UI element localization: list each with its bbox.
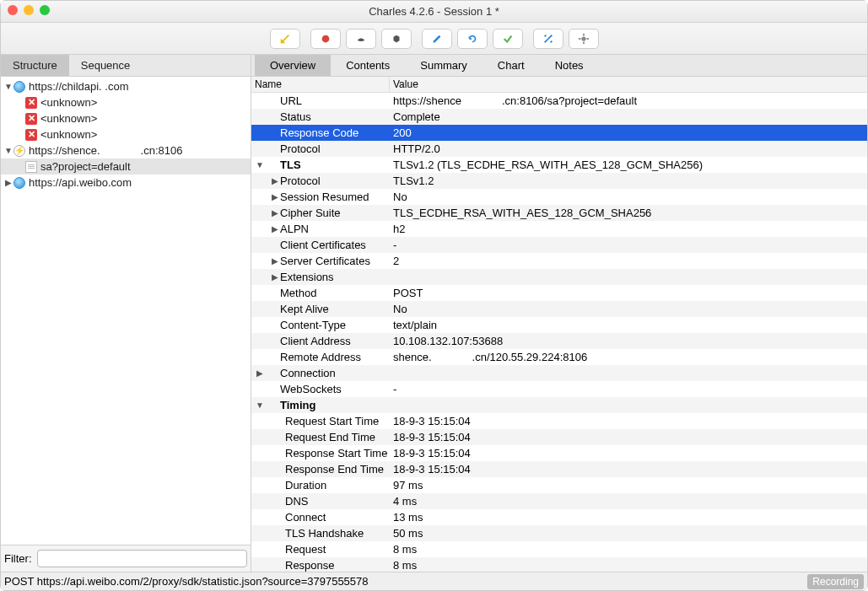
filter-label: Filter:	[4, 552, 32, 565]
record-icon	[320, 33, 332, 45]
row-status[interactable]: StatusComplete	[251, 109, 867, 125]
left-tabs: Structure Sequence	[1, 55, 251, 77]
row-respstart[interactable]: Response Start Time18-9-3 15:15:04	[251, 445, 867, 461]
breakpoints-button[interactable]	[381, 29, 412, 49]
row-reqend[interactable]: Request End Time18-9-3 15:15:04	[251, 429, 867, 445]
svg-rect-6	[586, 38, 589, 40]
tree-label: https://childapi. .com	[29, 80, 129, 93]
row-tls-cipher[interactable]: ▶Cipher SuiteTLS_ECDHE_RSA_WITH_AES_128_…	[251, 205, 867, 221]
compose-button[interactable]	[422, 29, 452, 49]
row-tls-session[interactable]: ▶Session ResumedNo	[251, 189, 867, 205]
column-value[interactable]: Value	[390, 77, 867, 92]
tree-request-selected[interactable]: sa?project=default	[1, 158, 251, 175]
row-reqstart[interactable]: Request Start Time18-9-3 15:15:04	[251, 413, 867, 429]
row-response[interactable]: Response8 ms	[251, 557, 867, 572]
detail-tabs: Overview Contents Summary Chart Notes	[251, 55, 867, 77]
tab-chart[interactable]: Chart	[483, 55, 540, 76]
row-remoteaddr[interactable]: Remote Addressshence..cn/120.55.29.224:8…	[251, 349, 867, 365]
row-keptalive[interactable]: Kept AliveNo	[251, 301, 867, 317]
broom-icon	[279, 33, 291, 45]
chevron-down-icon[interactable]: ▼	[255, 160, 265, 169]
row-clientaddr[interactable]: Client Address10.108.132.107:53688	[251, 333, 867, 349]
tools-icon	[542, 33, 554, 45]
row-dns[interactable]: DNS4 ms	[251, 493, 867, 509]
tree-host-childapi[interactable]: ▼ https://childapi. .com	[1, 78, 251, 94]
row-connect[interactable]: Connect13 ms	[251, 509, 867, 525]
globe-icon	[13, 176, 26, 190]
chevron-down-icon[interactable]: ▼	[255, 400, 265, 410]
tab-contents[interactable]: Contents	[331, 55, 405, 76]
row-tls-alpn[interactable]: ▶ALPNh2	[251, 221, 867, 237]
row-method[interactable]: MethodPOST	[251, 285, 867, 301]
tree-host-weibo[interactable]: ▶ https://api.weibo.com	[1, 175, 251, 191]
tree-label: <unknown>	[40, 96, 97, 109]
row-connection[interactable]: ▶Connection	[251, 365, 867, 381]
row-tls-clientcert[interactable]: Client Certificates-	[251, 237, 867, 253]
chevron-down-icon[interactable]: ▼	[4, 82, 13, 91]
row-tls-servercert[interactable]: ▶Server Certificates2	[251, 253, 867, 269]
chevron-right-icon[interactable]: ▶	[270, 272, 280, 282]
validate-button[interactable]	[493, 29, 523, 49]
pencil-icon	[431, 33, 443, 45]
row-tls-protocol[interactable]: ▶ProtocolTLSv1.2	[251, 173, 867, 189]
row-tls-extensions[interactable]: ▶Extensions	[251, 269, 867, 285]
filter-input[interactable]	[37, 550, 248, 567]
status-bar: POST https://api.weibo.com/2/proxy/sdk/s…	[1, 572, 867, 590]
error-icon: ✕	[24, 128, 38, 142]
tree-label: sa?project=default	[40, 160, 131, 173]
row-duration[interactable]: Duration97 ms	[251, 477, 867, 493]
svg-point-2	[581, 36, 585, 40]
ssl-proxy-icon: ⚡	[13, 144, 26, 158]
tab-structure[interactable]: Structure	[1, 55, 69, 76]
gear-icon	[578, 33, 590, 45]
chevron-right-icon[interactable]: ▶	[270, 192, 280, 201]
chevron-right-icon[interactable]: ▶	[255, 368, 265, 378]
row-request[interactable]: Request8 ms	[251, 541, 867, 557]
left-pane: Structure Sequence ▼ https://childapi. .…	[1, 55, 251, 572]
chevron-right-icon[interactable]: ▶	[270, 224, 280, 234]
tab-summary[interactable]: Summary	[405, 55, 483, 76]
turtle-icon	[355, 33, 367, 45]
row-respend[interactable]: Response End Time18-9-3 15:15:04	[251, 461, 867, 477]
clear-session-button[interactable]	[270, 29, 300, 49]
throttle-button[interactable]	[346, 29, 376, 49]
file-icon	[24, 160, 38, 174]
maximize-window-button[interactable]	[40, 5, 50, 15]
row-timing[interactable]: ▼Timing	[251, 397, 867, 413]
row-url[interactable]: URLhttps://shence.cn:8106/sa?project=def…	[251, 93, 867, 109]
chevron-right-icon[interactable]: ▶	[270, 176, 280, 185]
record-button[interactable]	[310, 29, 341, 49]
repeat-button[interactable]	[457, 29, 488, 49]
overview-grid[interactable]: URLhttps://shence.cn:8106/sa?project=def…	[251, 93, 867, 572]
tab-notes[interactable]: Notes	[540, 55, 599, 76]
tree-request-error[interactable]: ✕ <unknown>	[1, 110, 251, 126]
tree-label: https://api.weibo.com	[29, 176, 132, 189]
tree-request-error[interactable]: ✕ <unknown>	[1, 94, 251, 110]
right-pane: Overview Contents Summary Chart Notes Na…	[251, 55, 867, 572]
error-icon: ✕	[24, 112, 38, 126]
tools-button[interactable]	[533, 29, 563, 49]
chevron-down-icon[interactable]: ▼	[4, 146, 13, 155]
minimize-window-button[interactable]	[24, 5, 34, 15]
chevron-right-icon[interactable]: ▶	[270, 256, 280, 266]
column-name[interactable]: Name	[251, 77, 390, 92]
title-bar: Charles 4.2.6 - Session 1 *	[1, 1, 867, 23]
row-tls[interactable]: ▼TLSTLSv1.2 (TLS_ECDHE_RSA_WITH_AES_128_…	[251, 157, 867, 173]
tab-overview[interactable]: Overview	[255, 55, 331, 76]
chevron-right-icon[interactable]: ▶	[4, 178, 13, 187]
row-tlshandshake[interactable]: TLS Handshake50 ms	[251, 525, 867, 541]
close-window-button[interactable]	[8, 5, 18, 15]
tree-host-shence[interactable]: ▼ ⚡ https://shence..cn:8106	[1, 142, 251, 158]
row-protocol[interactable]: ProtocolHTTP/2.0	[251, 141, 867, 157]
settings-button[interactable]	[569, 29, 599, 49]
row-websockets[interactable]: WebSockets-	[251, 381, 867, 397]
chevron-right-icon[interactable]: ▶	[270, 208, 280, 218]
tree-label: <unknown>	[40, 128, 97, 141]
traffic-lights	[8, 5, 50, 15]
tab-sequence[interactable]: Sequence	[69, 55, 143, 76]
host-tree[interactable]: ▼ https://childapi. .com ✕ <unknown> ✕ <…	[1, 77, 251, 545]
row-response-code[interactable]: Response Code200	[251, 125, 867, 141]
row-contenttype[interactable]: Content-Typetext/plain	[251, 317, 867, 333]
error-icon: ✕	[24, 96, 38, 110]
tree-request-error[interactable]: ✕ <unknown>	[1, 126, 251, 142]
